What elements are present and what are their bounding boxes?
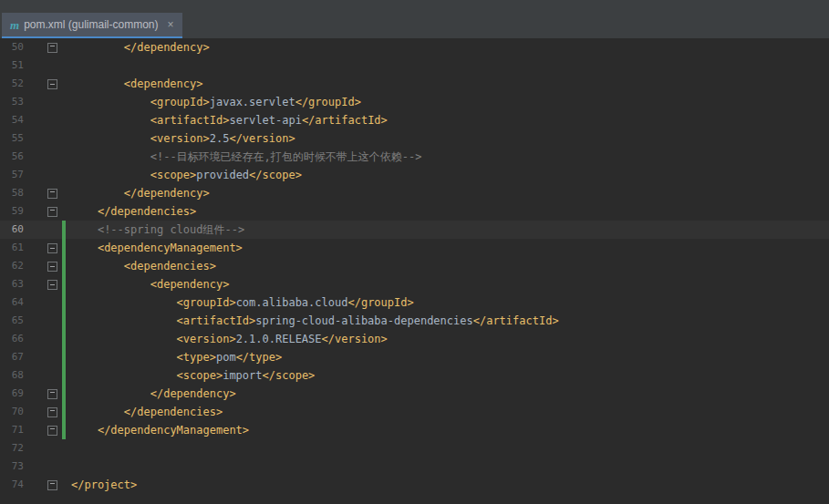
code-line[interactable]: 71 </dependencyManagement> (0, 421, 829, 439)
code-segment: com.alibaba.cloud (236, 296, 348, 309)
code-segment: <dependency> (124, 77, 203, 90)
line-number[interactable]: 66 (0, 330, 24, 348)
indent (71, 169, 150, 181)
fold-icon[interactable] (47, 207, 57, 217)
code-text: <dependency> (66, 75, 203, 93)
code-segment: </groupId> (347, 296, 413, 309)
code-line[interactable]: 63 <dependency> (0, 275, 829, 293)
indent (71, 205, 98, 218)
line-number[interactable]: 54 (0, 111, 24, 129)
line-number[interactable]: 63 (0, 275, 24, 293)
fold-spacer (47, 116, 57, 126)
code-area[interactable]: 50 </dependency>5152 <dependency>53 <gro… (0, 38, 829, 494)
code-line[interactable]: 56 <!--目标环境已经存在,打包的时候不带上这个依赖--> (0, 148, 829, 166)
line-number[interactable]: 61 (0, 239, 24, 257)
gutter-cell: 70 (0, 403, 66, 421)
code-line[interactable]: 51 (0, 57, 829, 75)
fold-icon[interactable] (47, 79, 57, 89)
line-number[interactable]: 55 (0, 129, 24, 148)
code-text (66, 458, 71, 476)
fold-icon[interactable] (47, 389, 57, 399)
fold-icon[interactable] (47, 426, 57, 436)
code-segment: import (223, 369, 262, 382)
code-text: <dependencyManagement> (66, 239, 243, 257)
code-line[interactable]: 55 <version>2.5</version> (0, 129, 829, 148)
code-text: </dependency> (66, 184, 210, 202)
fold-spacer (47, 61, 57, 71)
code-line[interactable]: 62 <dependencies> (0, 257, 829, 275)
fold-icon[interactable] (47, 280, 57, 290)
code-line[interactable]: 68 <scope>import</scope> (0, 366, 829, 385)
fold-icon[interactable] (47, 407, 57, 417)
code-line[interactable]: 72 (0, 439, 829, 458)
line-number[interactable]: 70 (0, 403, 24, 421)
line-number[interactable]: 57 (0, 166, 24, 184)
line-number[interactable]: 51 (0, 57, 24, 75)
line-number[interactable]: 64 (0, 293, 24, 312)
code-line[interactable]: 53 <groupId>javax.servlet</groupId> (0, 93, 829, 111)
code-text: <artifactId>spring-cloud-alibaba-depende… (66, 312, 559, 330)
code-line[interactable]: 69 </dependency> (0, 385, 829, 403)
code-text: <scope>import</scope> (66, 366, 315, 385)
code-segment: 2.1.0.RELEASE (236, 333, 322, 345)
code-line[interactable]: 54 <artifactId>servlet-api</artifactId> (0, 111, 829, 129)
line-number[interactable]: 60 (0, 221, 24, 239)
line-number[interactable]: 69 (0, 385, 24, 403)
indent (71, 333, 177, 345)
code-line[interactable]: 52 <dependency> (0, 75, 829, 93)
code-segment: pom (216, 351, 236, 364)
code-segment: </groupId> (295, 96, 361, 108)
line-number[interactable]: 72 (0, 439, 24, 458)
code-segment: spring-cloud-alibaba-dependencies (255, 314, 472, 327)
line-number[interactable]: 65 (0, 312, 24, 330)
code-line[interactable]: 73 (0, 458, 829, 476)
line-number[interactable]: 59 (0, 202, 24, 221)
code-line[interactable]: 64 <groupId>com.alibaba.cloud</groupId> (0, 293, 829, 312)
line-number[interactable]: 67 (0, 348, 24, 366)
line-number[interactable]: 68 (0, 366, 24, 385)
fold-icon[interactable] (47, 262, 57, 272)
indent (71, 296, 177, 309)
code-line[interactable]: 70 </dependencies> (0, 403, 829, 421)
line-number[interactable]: 74 (0, 476, 24, 494)
tab-title: pom.xml (gulimail-common) (24, 18, 158, 31)
code-line[interactable]: 61 <dependencyManagement> (0, 239, 829, 257)
fold-icon[interactable] (47, 480, 57, 490)
fold-icon[interactable] (47, 189, 57, 199)
code-line[interactable]: 50 </dependency> (0, 38, 829, 57)
code-segment: <scope> (150, 169, 197, 181)
code-line[interactable]: 74</project> (0, 476, 829, 494)
line-number[interactable]: 53 (0, 93, 24, 111)
code-line[interactable]: 58 </dependency> (0, 184, 829, 202)
code-segment: <dependencies> (124, 260, 216, 273)
indent (71, 260, 124, 273)
indent (71, 96, 150, 108)
line-number[interactable]: 62 (0, 257, 24, 275)
gutter-cell: 73 (0, 458, 66, 476)
code-text: </dependency> (66, 385, 236, 403)
code-line[interactable]: 66 <version>2.1.0.RELEASE</version> (0, 330, 829, 348)
fold-icon[interactable] (47, 43, 57, 53)
line-number[interactable]: 71 (0, 421, 24, 439)
line-number[interactable]: 56 (0, 148, 24, 166)
line-number[interactable]: 50 (0, 38, 24, 57)
line-number[interactable]: 73 (0, 458, 24, 476)
fold-spacer (47, 334, 57, 345)
code-line[interactable]: 59 </dependencies> (0, 202, 829, 221)
code-text (66, 57, 71, 75)
code-line[interactable]: 67 <type>pom</type> (0, 348, 829, 366)
code-line[interactable]: 65 <artifactId>spring-cloud-alibaba-depe… (0, 312, 829, 330)
code-line[interactable]: 57 <scope>provided</scope> (0, 166, 829, 184)
line-number[interactable]: 58 (0, 184, 24, 202)
code-segment: </scope> (249, 169, 302, 181)
code-line[interactable]: 60 <!--spring cloud组件--> (0, 221, 829, 239)
tab-close-icon[interactable]: × (167, 18, 173, 31)
code-text: <version>2.5</version> (66, 129, 295, 148)
indent (71, 351, 177, 364)
fold-spacer (47, 298, 57, 308)
code-segment: </version> (322, 333, 388, 345)
editor-tab-pom-xml[interactable]: m pom.xml (gulimail-common) × (2, 13, 182, 38)
line-number[interactable]: 52 (0, 75, 24, 93)
code-text: </dependency> (66, 38, 210, 57)
fold-icon[interactable] (47, 243, 57, 253)
